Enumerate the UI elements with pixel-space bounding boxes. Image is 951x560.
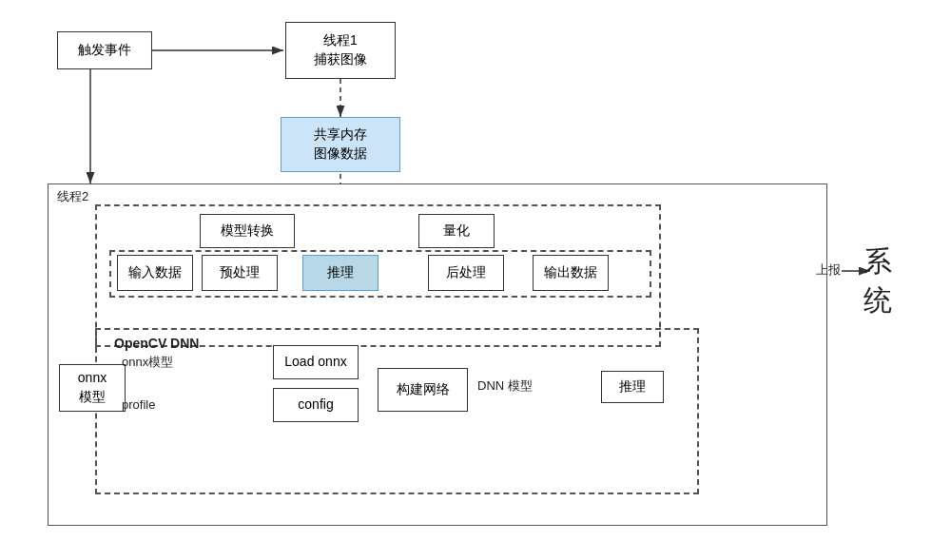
dnn-model-text: DNN 模型	[477, 377, 533, 395]
thread1-label: 线程1 捕获图像	[314, 31, 367, 68]
shared-memory-label: 共享内存 图像数据	[314, 126, 367, 163]
load-onnx-box: Load onnx	[273, 345, 359, 379]
preprocess-box: 预处理	[202, 255, 278, 291]
shared-memory-box: 共享内存 图像数据	[281, 117, 400, 172]
onnx-model-text: onnx模型	[122, 354, 173, 371]
system-label: 系统	[864, 242, 913, 320]
input-data-box: 输入数据	[117, 255, 193, 291]
opencv-dnn-label: OpenCV DNN	[114, 336, 199, 351]
diagram-container: 触发事件 线程1 捕获图像 共享内存 图像数据 线程2 模型转换 量化 输入数据…	[38, 14, 913, 547]
build-network-box: 构建网络	[378, 368, 468, 412]
profile-text: profile	[122, 397, 155, 412]
onnx-model-input-label: onnx 模型	[78, 369, 107, 406]
quantize-box: 量化	[418, 214, 495, 248]
config-box: config	[273, 388, 359, 422]
trigger-box: 触发事件	[57, 31, 152, 69]
report-label: 上报	[816, 261, 841, 279]
infer2-box: 推理	[601, 371, 664, 403]
thread1-box: 线程1 捕获图像	[285, 22, 396, 79]
model-convert-box: 模型转换	[200, 214, 295, 248]
infer-top-box: 推理	[302, 255, 378, 291]
postprocess-box: 后处理	[428, 255, 504, 291]
onnx-model-input-box: onnx 模型	[59, 364, 126, 412]
output-data-box: 输出数据	[533, 255, 609, 291]
thread2-label: 线程2	[57, 188, 88, 205]
